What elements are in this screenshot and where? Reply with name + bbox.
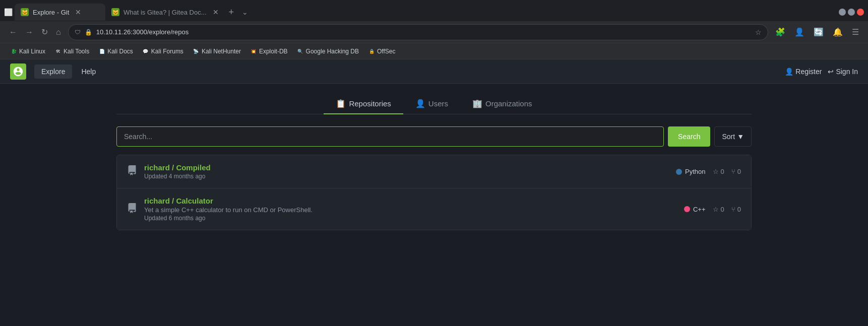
forward-button[interactable]: → <box>22 25 36 39</box>
security-icon: 🛡 <box>75 29 81 36</box>
nav-help[interactable]: Help <box>74 64 103 79</box>
organizations-icon: 🏢 <box>472 99 482 108</box>
repo-icon-calculator <box>127 203 137 216</box>
close-button[interactable] <box>857 9 864 16</box>
bookmark-kali-forums[interactable]: 💬 Kali Forums <box>138 47 188 56</box>
bookmark-google-hacking-label: Google Hacking DB <box>306 48 359 55</box>
app-logo[interactable] <box>10 63 26 80</box>
bookmark-kali-tools[interactable]: 🛠 Kali Tools <box>50 47 93 56</box>
repositories-icon: 📋 <box>336 99 346 108</box>
nav-right-actions: 🧩 👤 🔄 🔔 ☰ <box>772 25 862 39</box>
nav-arrows: ← → ↻ ⌂ <box>6 25 64 39</box>
bookmarks-bar: 🐉 Kali Linux 🛠 Kali Tools 📄 Kali Docs 💬 … <box>0 43 868 59</box>
offsec-icon: 🔒 <box>368 48 375 55</box>
kali-linux-icon: 🐉 <box>10 48 17 55</box>
users-icon: 👤 <box>415 99 425 108</box>
fork-icon: ⑂ <box>731 168 735 175</box>
repo-desc-calculator: Yet a simple C++ calculator to run on CM… <box>144 206 684 214</box>
star-icon: ☆ <box>713 206 719 213</box>
profile-button[interactable]: 👤 <box>791 25 808 39</box>
repo-item-calculator: richard / Calculator Yet a simple C++ ca… <box>117 188 751 230</box>
bookmark-exploit-db[interactable]: 💥 Exploit-DB <box>246 47 292 56</box>
bookmark-kali-tools-label: Kali Tools <box>64 48 89 55</box>
repo-language-calculator: C++ <box>684 206 706 213</box>
repo-stars-calculator: ☆ 0 <box>713 206 724 213</box>
reload-button[interactable]: ↻ <box>38 25 51 39</box>
address-text: 10.10.11.26:3000/explore/repos <box>96 28 189 36</box>
repo-icon-compiled <box>127 165 137 178</box>
python-lang-dot <box>676 169 682 175</box>
new-tab-button[interactable]: + <box>225 5 238 20</box>
bookmark-kali-docs-label: Kali Docs <box>107 48 133 55</box>
chevron-down-icon: ▼ <box>737 133 744 141</box>
repo-info-compiled: richard / Compiled Updated 4 months ago <box>144 163 676 180</box>
bookmark-kali-linux[interactable]: 🐉 Kali Linux <box>6 47 49 56</box>
search-input-wrap <box>116 126 664 147</box>
kali-docs-icon: 📄 <box>98 48 105 55</box>
star-icon: ☆ <box>713 168 719 175</box>
bookmark-kali-nethunter-label: Kali NetHunter <box>202 48 241 55</box>
repo-forks-calculator: ⑂ 0 <box>731 206 741 213</box>
tab-favicon-docs: 🐱 <box>111 8 119 16</box>
tab-bar: ⬜ 🐱 Explore - Git ✕ 🐱 What is Gitea? | G… <box>0 0 868 21</box>
main-content: 📋 Repositories 👤 Users 🏢 Organizations S… <box>106 84 762 240</box>
tab-favicon-explore: 🐱 <box>21 8 29 16</box>
bookmark-kali-docs[interactable]: 📄 Kali Docs <box>94 47 137 56</box>
bookmark-offsec-label: OffSec <box>377 48 395 55</box>
tab-repositories[interactable]: 📋 Repositories <box>324 94 403 114</box>
repo-meta-compiled: Python ☆ 0 ⑂ 0 <box>676 168 741 175</box>
bookmark-google-hacking[interactable]: 🔍 Google Hacking DB <box>293 47 363 56</box>
bookmark-exploit-db-label: Exploit-DB <box>259 48 288 55</box>
repo-updated-calculator: Updated 6 months ago <box>144 215 684 222</box>
extensions-button[interactable]: 🧩 <box>772 25 788 39</box>
minimize-button[interactable] <box>839 9 846 16</box>
nav-explore[interactable]: Explore <box>34 64 72 79</box>
bookmark-offsec[interactable]: 🔒 OffSec <box>364 47 399 56</box>
repo-forks-compiled: ⑂ 0 <box>731 168 741 175</box>
kali-nethunter-icon: 📡 <box>193 48 200 55</box>
address-bar[interactable]: 🛡 🔒 10.10.11.26:3000/explore/repos ☆ <box>68 24 768 40</box>
tab-users[interactable]: 👤 Users <box>403 94 460 114</box>
search-button[interactable]: Search <box>668 126 710 147</box>
app-header-right: 👤 Register ↩ Sign In <box>785 68 858 76</box>
maximize-button[interactable] <box>848 9 855 16</box>
sort-button[interactable]: Sort ▼ <box>714 126 752 147</box>
repo-list: richard / Compiled Updated 4 months ago … <box>116 155 752 230</box>
browser-tab-gitea-docs[interactable]: 🐱 What is Gitea? | Gitea Doc... ✕ <box>105 4 225 21</box>
repo-name-calculator: richard / Calculator <box>144 197 684 205</box>
browser-chrome: ⬜ 🐱 Explore - Git ✕ 🐱 What is Gitea? | G… <box>0 0 868 59</box>
sync-button[interactable]: 🔄 <box>811 25 827 39</box>
cpp-lang-dot <box>684 206 690 212</box>
navigation-bar: ← → ↻ ⌂ 🛡 🔒 10.10.11.26:3000/explore/rep… <box>0 21 868 43</box>
browser-tab-explore[interactable]: 🐱 Explore - Git ✕ <box>15 4 105 21</box>
home-button[interactable]: ⌂ <box>53 25 64 39</box>
tab-close-docs[interactable]: ✕ <box>213 8 219 16</box>
signin-link[interactable]: ↩ Sign In <box>828 68 858 76</box>
back-button[interactable]: ← <box>6 25 20 39</box>
repo-meta-calculator: C++ ☆ 0 ⑂ 0 <box>684 206 741 213</box>
tab-organizations[interactable]: 🏢 Organizations <box>460 94 544 114</box>
kali-forums-icon: 💬 <box>142 48 149 55</box>
repo-stars-compiled: ☆ 0 <box>713 168 724 175</box>
fork-icon: ⑂ <box>731 206 735 213</box>
window-controls <box>839 9 864 16</box>
bookmark-kali-nethunter[interactable]: 📡 Kali NetHunter <box>189 47 245 56</box>
repo-name-compiled: richard / Compiled <box>144 163 676 172</box>
repo-language-compiled: Python <box>676 168 705 175</box>
signin-icon: ↩ <box>828 68 834 76</box>
tab-close-explore[interactable]: ✕ <box>75 8 81 16</box>
tab-title-docs: What is Gitea? | Gitea Doc... <box>123 9 207 16</box>
tab-overflow-button[interactable]: ⌄ <box>238 6 252 18</box>
repo-info-calculator: richard / Calculator Yet a simple C++ ca… <box>144 197 684 222</box>
tab-title-explore: Explore - Git <box>33 9 69 16</box>
search-input[interactable] <box>116 126 664 147</box>
repo-updated-compiled: Updated 4 months ago <box>144 173 676 180</box>
notifications-button[interactable]: 🔔 <box>830 25 846 39</box>
register-link[interactable]: 👤 Register <box>785 68 822 76</box>
bookmark-star-icon[interactable]: ☆ <box>755 28 762 36</box>
menu-button[interactable]: ☰ <box>849 25 862 39</box>
person-icon: 👤 <box>785 68 793 76</box>
bookmark-kali-forums-label: Kali Forums <box>151 48 183 55</box>
google-hacking-icon: 🔍 <box>297 48 304 55</box>
exploit-db-icon: 💥 <box>250 48 257 55</box>
